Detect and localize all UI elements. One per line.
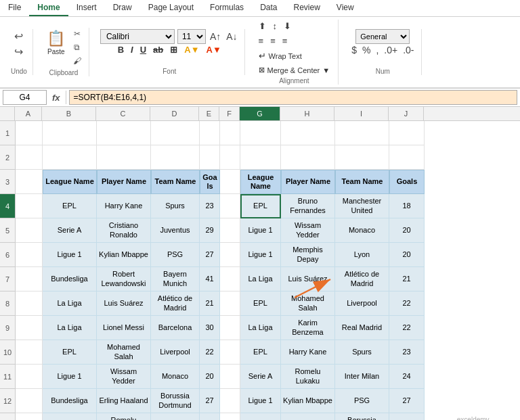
tab-file[interactable]: File — [0, 0, 29, 16]
cell-e8[interactable]: 21 — [200, 291, 220, 316]
cell-f1[interactable] — [220, 121, 240, 145]
align-bottom-button[interactable]: ⬇ — [281, 20, 294, 32]
cell-e11[interactable]: 20 — [200, 365, 220, 389]
font-name-select[interactable]: Calibri — [100, 29, 175, 44]
cell-c10[interactable]: Mohamed Salah — [97, 340, 151, 365]
row-header-10[interactable]: 10 — [0, 340, 15, 365]
cell-i13[interactable]: Borussia Dortmund — [335, 413, 389, 420]
tab-data[interactable]: Data — [252, 0, 285, 16]
cell-h5[interactable]: Wissam Yedder — [281, 218, 335, 243]
cell-i3[interactable]: Team Name — [335, 170, 389, 194]
row-header-3[interactable]: 3 — [0, 170, 15, 194]
cell-e3[interactable]: Goals — [200, 170, 220, 194]
cell-g12[interactable]: Ligue 1 — [240, 389, 281, 413]
row-header-9[interactable]: 9 — [0, 316, 15, 340]
number-format-select[interactable]: General — [355, 29, 410, 44]
row-header-6[interactable]: 6 — [0, 243, 15, 267]
strikethrough-button[interactable]: ab — [150, 44, 166, 55]
cell-a2[interactable] — [16, 145, 43, 170]
cell-d3[interactable]: Team Name — [151, 170, 200, 194]
cell-a5[interactable] — [16, 218, 43, 243]
row-header-5[interactable]: 5 — [0, 218, 15, 243]
cell-g13[interactable]: Bundesliga — [240, 413, 281, 420]
cell-c12[interactable]: Erling Haaland — [97, 389, 151, 413]
cell-c9[interactable]: Lionel Messi — [97, 316, 151, 340]
font-size-select[interactable]: 11 — [177, 29, 206, 44]
cell-f10[interactable] — [220, 340, 240, 365]
cell-i8[interactable]: Liverpool — [335, 291, 389, 316]
col-header-a[interactable]: A — [15, 107, 42, 120]
cell-a8[interactable] — [16, 291, 43, 316]
cell-f13[interactable] — [220, 413, 240, 420]
cell-g8[interactable]: EPL — [240, 291, 281, 316]
dollar-button[interactable]: $ — [349, 44, 359, 56]
cell-d8[interactable]: Atlético de Madrid — [151, 291, 200, 316]
cell-c2[interactable] — [97, 145, 151, 170]
cell-b7[interactable]: Bundesliga — [43, 267, 97, 291]
cell-b10[interactable]: EPL — [43, 340, 97, 365]
cell-j9[interactable]: 22 — [389, 316, 425, 340]
cell-b1[interactable] — [43, 121, 97, 145]
copy-button[interactable]: ⧉ — [71, 41, 83, 54]
increase-font-button[interactable]: A↑ — [209, 31, 222, 42]
comma-button[interactable]: , — [374, 44, 381, 56]
cell-i6[interactable]: Lyon — [335, 243, 389, 267]
cell-h9[interactable]: Karim Benzema — [281, 316, 335, 340]
align-top-button[interactable]: ⬆ — [256, 20, 269, 32]
cell-d5[interactable]: Juventus — [151, 218, 200, 243]
cell-h6[interactable]: Memphis Depay — [281, 243, 335, 267]
row-header-12[interactable]: 12 — [0, 389, 15, 413]
cell-e6[interactable]: 27 — [200, 243, 220, 267]
align-left-button[interactable]: ≡ — [256, 34, 267, 47]
cell-e10[interactable]: 22 — [200, 340, 220, 365]
col-header-g[interactable]: G — [240, 107, 280, 120]
cell-i4[interactable]: Manchester United — [335, 194, 389, 218]
cell-a9[interactable] — [16, 316, 43, 340]
cell-e1[interactable] — [200, 121, 220, 145]
cell-j8[interactable]: 22 — [389, 291, 425, 316]
col-header-h[interactable]: H — [280, 107, 334, 120]
redo-button[interactable]: ↪ — [12, 45, 26, 59]
cell-d13[interactable]: Inter Milan — [151, 413, 200, 420]
cell-c8[interactable]: Luis Suárez — [97, 291, 151, 316]
percent-button[interactable]: % — [360, 44, 372, 56]
fill-color-button[interactable]: A▼ — [181, 44, 202, 55]
cell-e2[interactable] — [200, 145, 220, 170]
format-painter-button[interactable]: 🖌 — [71, 55, 83, 68]
tab-formulas[interactable]: Formulas — [202, 0, 252, 16]
cell-a1[interactable] — [16, 121, 43, 145]
cell-g6[interactable]: Ligue 1 — [240, 243, 281, 267]
cell-f4[interactable] — [220, 194, 240, 218]
align-right-button[interactable]: ≡ — [280, 34, 290, 47]
cell-b13[interactable]: Serie A — [43, 413, 97, 420]
row-header-2[interactable]: 2 — [0, 145, 15, 170]
cell-c3[interactable]: Player Name — [97, 170, 151, 194]
merge-center-button[interactable]: ⊠ Merge & Center ▼ — [256, 64, 333, 76]
cell-a6[interactable] — [16, 243, 43, 267]
cell-b5[interactable]: Serie A — [43, 218, 97, 243]
cell-j5[interactable]: 20 — [389, 218, 425, 243]
cell-j3[interactable]: Goals — [389, 170, 425, 194]
cell-g11[interactable]: Serie A — [240, 365, 281, 389]
cell-h11[interactable]: Romelu Lukaku — [281, 365, 335, 389]
cell-d7[interactable]: Bayern Munich — [151, 267, 200, 291]
cell-h12[interactable]: Kylian Mbappe — [281, 389, 335, 413]
cell-d6[interactable]: PSG — [151, 243, 200, 267]
row-header-11[interactable]: 11 — [0, 365, 15, 389]
cell-h10[interactable]: Harry Kane — [281, 340, 335, 365]
italic-button[interactable]: I — [128, 44, 136, 55]
row-header-13[interactable]: 13 — [0, 413, 15, 420]
cell-i12[interactable]: PSG — [335, 389, 389, 413]
cell-c11[interactable]: Wissam Yedder — [97, 365, 151, 389]
col-header-c[interactable]: C — [96, 107, 150, 120]
cell-d9[interactable]: Barcelona — [151, 316, 200, 340]
cell-f8[interactable] — [220, 291, 240, 316]
cell-b12[interactable]: Bundesliga — [43, 389, 97, 413]
row-header-8[interactable]: 8 — [0, 291, 15, 316]
cell-g1[interactable] — [240, 121, 281, 145]
undo-button[interactable]: ↩ — [12, 29, 26, 43]
col-header-j[interactable]: J — [389, 107, 424, 120]
cell-f2[interactable] — [220, 145, 240, 170]
cell-d12[interactable]: Borussia Dortmund — [151, 389, 200, 413]
cell-j12[interactable]: 27 — [389, 389, 425, 413]
